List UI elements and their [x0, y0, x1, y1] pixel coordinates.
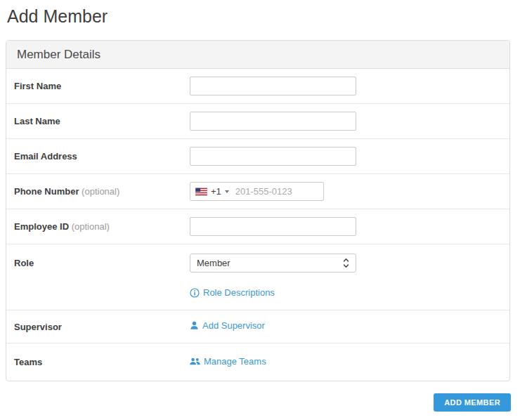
info-circle-icon [190, 288, 200, 298]
employee-id-label: Employee ID (optional) [14, 221, 190, 232]
teams-control: Manage Teams [190, 356, 266, 369]
phone-optional-text: (optional) [82, 186, 119, 197]
form-row-phone: Phone Number (optional) [6, 174, 509, 209]
us-flag-icon [195, 188, 207, 196]
role-descriptions-link-label: Role Descriptions [203, 287, 275, 298]
country-code: +1 [211, 186, 221, 197]
last-name-label: Last Name [14, 116, 190, 126]
form-row-email: Email Address [6, 139, 509, 174]
phone-control: +1 [190, 182, 324, 201]
phone-label-text: Phone Number [14, 186, 79, 197]
member-details-panel: Member Details First Name Last Name Emai… [6, 40, 510, 381]
caret-down-icon [225, 190, 229, 193]
last-name-control [190, 112, 356, 131]
form-row-teams: Teams Manage Teams [6, 343, 509, 381]
supervisor-control: Add Supervisor [190, 320, 265, 333]
person-icon [190, 321, 199, 330]
people-icon [190, 357, 200, 366]
select-chevrons-icon [343, 258, 349, 268]
last-name-input[interactable] [190, 112, 356, 131]
manage-teams-link-label: Manage Teams [204, 356, 266, 367]
country-selector[interactable]: +1 [190, 186, 233, 197]
add-supervisor-link-label: Add Supervisor [202, 320, 265, 331]
form-row-first-name: First Name [6, 69, 509, 104]
form-row-employee-id: Employee ID (optional) [6, 209, 509, 244]
panel-header: Member Details [6, 41, 509, 69]
email-control [190, 147, 356, 166]
role-select[interactable]: Member [190, 254, 356, 273]
manage-teams-link[interactable]: Manage Teams [190, 356, 266, 367]
form-row-last-name: Last Name [6, 104, 509, 139]
footer: ADD MEMBER [0, 393, 511, 412]
employee-id-optional-text: (optional) [72, 221, 110, 232]
email-input[interactable] [190, 147, 356, 166]
employee-id-input[interactable] [190, 217, 356, 236]
form-row-role: Role Member [6, 244, 509, 310]
role-select-value: Member [197, 258, 230, 268]
form-row-supervisor: Supervisor Add Supervisor [6, 310, 509, 343]
role-label: Role [14, 244, 190, 268]
first-name-control [190, 77, 356, 96]
add-member-page: Add Member Member Details First Name Las… [0, 0, 520, 420]
phone-input-group: +1 [190, 182, 324, 201]
teams-label: Teams [14, 357, 190, 367]
role-control: Member [190, 244, 356, 310]
first-name-label: First Name [14, 81, 190, 91]
page-title: Add Member [7, 4, 520, 28]
first-name-input[interactable] [190, 77, 356, 96]
email-label: Email Address [14, 151, 190, 162]
employee-id-label-text: Employee ID [14, 221, 69, 232]
phone-label: Phone Number (optional) [14, 186, 190, 197]
phone-number-input[interactable] [233, 183, 323, 199]
add-member-button[interactable]: ADD MEMBER [434, 393, 511, 412]
role-descriptions-link[interactable]: Role Descriptions [190, 287, 356, 298]
add-supervisor-link[interactable]: Add Supervisor [190, 320, 265, 331]
supervisor-label: Supervisor [14, 322, 190, 332]
employee-id-control [190, 217, 356, 236]
